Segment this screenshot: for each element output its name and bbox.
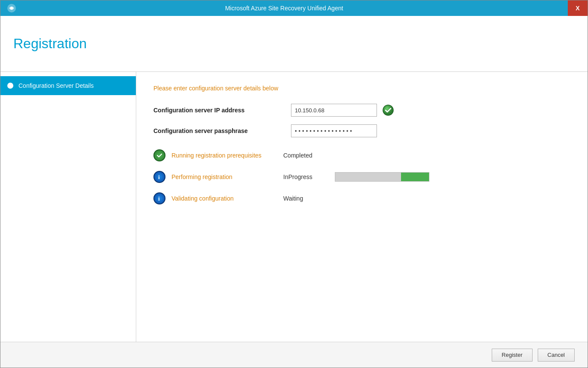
validation-status: Waiting [283, 195, 335, 202]
status-row-validation: i Validating configuration Waiting [153, 192, 570, 204]
ip-address-label: Configuration server IP address [153, 107, 291, 114]
registration-status: InProgress [283, 173, 335, 180]
sidebar-item-dot [7, 83, 13, 89]
title-bar-title: Microsoft Azure Site Recovery Unified Ag… [18, 5, 551, 12]
svg-point-2 [383, 105, 393, 115]
passphrase-input[interactable] [291, 124, 377, 137]
validation-status-icon: i [153, 192, 165, 204]
registration-progress-bar [335, 172, 429, 182]
sidebar-item-label: Configuration Server Details [18, 82, 94, 89]
svg-text:i: i [158, 174, 160, 180]
validation-label: Validating configuration [172, 195, 283, 202]
content-panel: Please enter configuration server detail… [136, 72, 588, 342]
ip-valid-icon [382, 104, 394, 116]
registration-status-icon: i [153, 171, 165, 183]
svg-point-1 [10, 7, 13, 9]
prerequisites-status: Completed [283, 152, 335, 159]
registration-label: Performing registration [172, 173, 283, 180]
title-bar: Microsoft Azure Site Recovery Unified Ag… [0, 0, 588, 16]
status-row-registration: i Performing registration InProgress [153, 171, 570, 183]
prerequisites-status-icon [153, 149, 165, 161]
svg-text:i: i [158, 195, 160, 202]
main-window: Microsoft Azure Site Recovery Unified Ag… [0, 0, 588, 368]
close-button[interactable]: X [568, 0, 588, 16]
main-content: Configuration Server Details Please ente… [0, 72, 588, 342]
ip-address-input[interactable] [291, 104, 377, 117]
sidebar-item-configuration-server-details[interactable]: Configuration Server Details [0, 76, 136, 95]
prerequisites-label: Running registration prerequisites [172, 152, 283, 159]
header-section: Registration [0, 16, 588, 72]
page-title: Registration [13, 36, 87, 52]
registration-progress-fill [401, 173, 429, 181]
register-button[interactable]: Register [492, 349, 532, 362]
passphrase-label: Configuration server passphrase [153, 127, 291, 134]
status-section: Running registration prerequisites Compl… [153, 149, 570, 214]
ip-address-row: Configuration server IP address [153, 104, 570, 117]
sidebar: Configuration Server Details [0, 72, 136, 342]
passphrase-row: Configuration server passphrase [153, 124, 570, 137]
content-instruction: Please enter configuration server detail… [153, 85, 570, 92]
app-logo [6, 2, 18, 14]
status-row-prerequisites: Running registration prerequisites Compl… [153, 149, 570, 161]
bottom-bar: Register Cancel [0, 342, 588, 368]
cancel-button[interactable]: Cancel [538, 349, 575, 362]
